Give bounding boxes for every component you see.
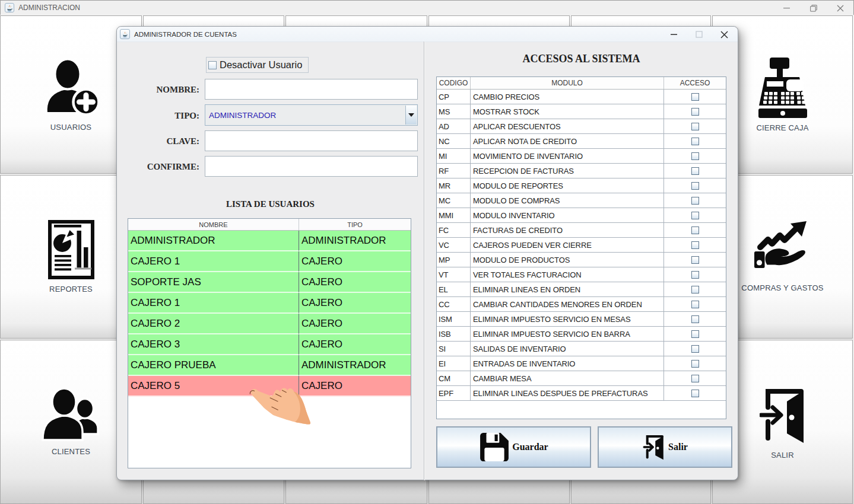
confirme-input[interactable] [205,156,418,177]
access-acceso-cell[interactable] [664,327,726,342]
access-checkbox[interactable] [691,286,699,294]
access-table-row[interactable]: SISALIDAS DE INVENTARIO [437,342,726,356]
users-table-row[interactable]: SOPORTE JASCAJERO [128,272,411,293]
access-codigo-cell[interactable]: SI [437,342,471,356]
access-acceso-cell[interactable] [664,356,726,371]
access-modulo-cell[interactable]: ELIMINAR IMPUESTO SERVICIO EN BARRA [471,327,664,342]
access-codigo-cell[interactable]: FC [437,223,471,238]
checkbox-square[interactable] [208,61,217,69]
tipo-combobox[interactable]: ADMINISTRADOR [205,104,418,126]
access-modulo-cell[interactable]: ELIMINAR IMPUESTO SERVICIO EN MESAS [471,312,664,327]
access-modulo-cell[interactable]: CAMBIAR CANTIDADES MENORES EN ORDEN [471,297,664,312]
access-table-row[interactable]: MPMODULO DE PRODUCTOS [437,253,726,267]
access-acceso-cell[interactable] [664,104,726,119]
access-modulo-cell[interactable]: ELIMINAR LINEAS DESPUES DE PREFACTURAS [471,386,664,401]
access-table-row[interactable]: MMIMODULO INVENTARIO [437,208,726,223]
users-table-row[interactable]: CAJERO 3CAJERO [128,334,411,355]
dialog-minimize-button[interactable] [669,29,680,40]
access-codigo-cell[interactable]: EPF [437,386,471,401]
user-tipo-cell[interactable]: CAJERO [299,272,411,293]
access-modulo-cell[interactable]: ENTRADAS DE INVENTARIO [471,356,664,371]
main-restore-button[interactable] [800,1,827,15]
user-tipo-cell[interactable]: CAJERO [299,314,411,334]
dialog-maximize-button[interactable] [694,29,704,40]
access-modulo-cell[interactable]: MOVIMIENTO DE INVENTARIO [471,149,664,164]
users-table-row[interactable]: CAJERO 2CAJERO [128,314,411,334]
access-modulo-cell[interactable]: RECEPCION DE FACTURAS [471,164,664,178]
access-modulo-cell[interactable]: CAMBIAR MESA [471,371,664,386]
access-modulo-cell[interactable]: APLICAR DESCUENTOS [471,119,664,134]
access-checkbox[interactable] [691,152,699,160]
access-checkbox[interactable] [691,345,699,353]
access-acceso-cell[interactable] [664,134,726,149]
access-codigo-cell[interactable]: CM [437,371,471,386]
access-codigo-cell[interactable]: VC [437,238,471,253]
access-table-row[interactable]: ELELIMINAR LINEAS EN ORDEN [437,282,726,297]
access-codigo-cell[interactable]: AD [437,119,471,134]
nombre-input[interactable] [205,79,418,100]
main-close-button[interactable] [827,1,853,15]
access-checkbox[interactable] [691,93,699,101]
guardar-button[interactable]: Guardar [436,426,591,468]
access-checkbox[interactable] [691,212,699,219]
access-acceso-cell[interactable] [664,223,726,238]
access-codigo-cell[interactable]: CC [437,297,471,312]
access-checkbox[interactable] [691,390,699,397]
access-acceso-cell[interactable] [664,342,726,356]
user-nombre-cell[interactable]: CAJERO PRUEBA [128,355,299,376]
user-nombre-cell[interactable]: CAJERO 1 [128,293,299,314]
access-codigo-cell[interactable]: EI [437,356,471,371]
access-checkbox[interactable] [691,315,699,323]
access-modulo-cell[interactable]: CAJEROS PUEDEN VER CIERRE [471,238,664,253]
access-codigo-cell[interactable]: MS [437,104,471,119]
access-codigo-cell[interactable]: RF [437,164,471,178]
dialog-close-button[interactable] [719,29,729,40]
access-acceso-cell[interactable] [664,90,726,104]
access-codigo-cell[interactable]: MMI [437,208,471,223]
user-nombre-cell[interactable]: SOPORTE JAS [128,272,299,293]
access-table-row[interactable]: MIMOVIMIENTO DE INVENTARIO [437,149,726,164]
access-header-modulo[interactable]: MODULO [471,77,664,89]
user-nombre-cell[interactable]: CAJERO 3 [128,334,299,355]
access-checkbox[interactable] [691,375,699,382]
salir-button[interactable]: Salir [598,426,732,468]
access-modulo-cell[interactable]: MODULO INVENTARIO [471,208,664,223]
user-tipo-cell[interactable]: ADMINISTRADOR [299,231,411,251]
user-tipo-cell[interactable]: CAJERO [299,376,411,397]
access-acceso-cell[interactable] [664,312,726,327]
access-codigo-cell[interactable]: VT [437,267,471,282]
access-acceso-cell[interactable] [664,119,726,134]
access-acceso-cell[interactable] [664,178,726,193]
access-modulo-cell[interactable]: MODULO DE REPORTES [471,178,664,193]
access-table-row[interactable]: VTVER TOTALES FACTURACION [437,267,726,282]
access-acceso-cell[interactable] [664,149,726,164]
access-table-row[interactable]: MCMODULO DE COMPRAS [437,193,726,208]
access-codigo-cell[interactable]: CP [437,90,471,104]
access-acceso-cell[interactable] [664,253,726,267]
users-header-tipo[interactable]: TIPO [299,219,411,230]
access-acceso-cell[interactable] [664,208,726,223]
access-table-row[interactable]: FCFACTURAS DE CREDITO [437,223,726,238]
access-acceso-cell[interactable] [664,267,726,282]
access-checkbox[interactable] [691,123,699,130]
access-modulo-cell[interactable]: MODULO DE COMPRAS [471,193,664,208]
users-table-row[interactable]: CAJERO 1CAJERO [128,251,411,272]
access-checkbox[interactable] [691,182,699,190]
user-tipo-cell[interactable]: CAJERO [299,293,411,314]
access-table-row[interactable]: MRMODULO DE REPORTES [437,178,726,193]
access-codigo-cell[interactable]: ISB [437,327,471,342]
access-table-row[interactable]: NCAPLICAR NOTA DE CREDITO [437,134,726,149]
users-table-row[interactable]: ADMINISTRADORADMINISTRADOR [128,231,411,251]
access-modulo-cell[interactable]: VER TOTALES FACTURACION [471,267,664,282]
clave-input[interactable] [205,130,418,151]
access-checkbox[interactable] [691,256,699,264]
access-checkbox[interactable] [691,301,699,308]
combo-dropdown-button[interactable] [405,106,417,125]
access-acceso-cell[interactable] [664,282,726,297]
access-modulo-cell[interactable]: SALIDAS DE INVENTARIO [471,342,664,356]
access-checkbox[interactable] [691,108,699,116]
user-tipo-cell[interactable]: CAJERO [299,334,411,355]
access-table-row[interactable]: RFRECEPCION DE FACTURAS [437,164,726,178]
access-checkbox[interactable] [691,330,699,338]
access-checkbox[interactable] [691,271,699,279]
